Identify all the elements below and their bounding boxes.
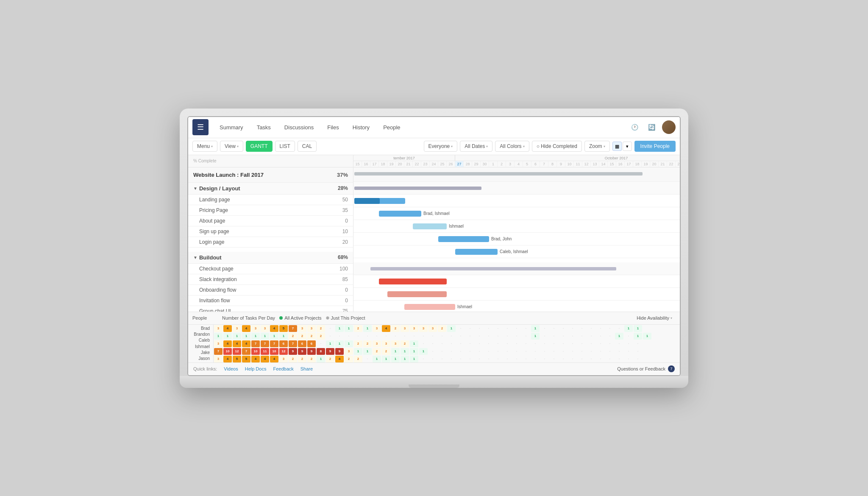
- feedback-badge[interactable]: Questions or Feedback 7: [617, 365, 675, 372]
- section-toggle-design[interactable]: ▼: [193, 186, 198, 191]
- gantt-section-design: [353, 182, 680, 195]
- task-checkout[interactable]: Checkout page 100: [188, 264, 353, 274]
- gantt-checkout: [353, 275, 680, 288]
- tab-tasks[interactable]: Tasks: [251, 121, 277, 134]
- gantt-landing: [353, 195, 680, 207]
- toolbar: Menu ▾ View ▾ GANTT LIST CAL Everyone ▾ …: [188, 138, 680, 155]
- just-project-dot: [326, 316, 329, 320]
- view-button[interactable]: View ▾: [220, 141, 243, 152]
- hamburger-icon: ☰: [197, 123, 204, 132]
- gantt-inner: Brad, Ishmael Ishmael Brad, John: [353, 167, 680, 312]
- nav-tabs: Summary Tasks Discussions Files History …: [214, 121, 628, 134]
- tab-people[interactable]: People: [377, 121, 406, 134]
- gantt-chart[interactable]: Brad, Ishmael Ishmael Brad, John: [353, 167, 680, 312]
- pricing-label: Brad, Ishmael: [423, 211, 450, 216]
- project-title: Website Launch : Fall 2017: [193, 172, 327, 178]
- slack-bar[interactable]: [387, 291, 447, 297]
- laptop-base: [180, 376, 688, 388]
- project-bar: [354, 172, 643, 176]
- section-toggle-buildout[interactable]: ▼: [193, 255, 198, 260]
- gantt-pricing: Brad, Ishmael: [353, 207, 680, 220]
- timeline-header: % Complete tember 2017 October 2017 1516…: [188, 155, 680, 167]
- task-slack[interactable]: Slack integration 85: [188, 274, 353, 285]
- section-name-design: Design / Layout: [199, 185, 327, 192]
- section-pct-design: 28%: [327, 185, 348, 191]
- gantt-project-row: [353, 167, 680, 182]
- gantt-signup: Brad, John: [353, 233, 680, 245]
- landing-progress-bar[interactable]: [354, 198, 380, 204]
- people-panel: People Number of Tasks Per Day All Activ…: [188, 312, 680, 362]
- questions-label: Questions or Feedback: [617, 366, 665, 371]
- task-landing-page[interactable]: Landing page 50: [188, 195, 353, 205]
- signup-bar[interactable]: [438, 236, 489, 242]
- task-panel: Website Launch : Fall 2017 37% ▼ Design …: [188, 167, 353, 312]
- nav-right: 🕐 🔄: [628, 120, 676, 134]
- gantt-button[interactable]: GANTT: [246, 141, 273, 152]
- help-docs-link[interactable]: Help Docs: [245, 366, 267, 371]
- availability-cells: 343433457332·1121342333321········1·····…: [214, 325, 680, 362]
- gantt-onboarding: Ishmael: [353, 301, 680, 312]
- onboarding-bar[interactable]: [404, 304, 455, 310]
- gantt-slack: [353, 288, 680, 301]
- history-icon-btn[interactable]: 🔄: [645, 121, 658, 134]
- main-area: Website Launch : Fall 2017 37% ▼ Design …: [188, 167, 680, 312]
- tab-summary[interactable]: Summary: [214, 121, 249, 134]
- person-brad: Brad: [192, 326, 210, 331]
- pricing-bar[interactable]: [379, 211, 421, 217]
- everyone-button[interactable]: Everyone ▾: [424, 141, 458, 152]
- invite-people-button[interactable]: Invite People: [634, 141, 676, 152]
- month-labels: tember 2017 October 2017: [353, 155, 681, 161]
- videos-link[interactable]: Videos: [224, 366, 238, 371]
- tab-files[interactable]: Files: [321, 121, 345, 134]
- spacer-1: [188, 248, 353, 252]
- task-invitation[interactable]: Invitation flow 0: [188, 295, 353, 306]
- cal-button[interactable]: CAL: [298, 141, 317, 152]
- hide-completed-button[interactable]: ○ Hide Completed: [532, 141, 582, 152]
- tab-discussions[interactable]: Discussions: [278, 121, 320, 134]
- menu-button[interactable]: Menu ▾: [192, 141, 217, 152]
- tasks-per-day-label: Number of Tasks Per Day: [222, 315, 275, 320]
- gantt-section-buildout: [353, 262, 680, 275]
- just-project-item: Just This Project: [326, 315, 365, 320]
- gantt-login: Caleb, Ishmael: [353, 245, 680, 258]
- sep-label: tember 2017: [353, 155, 455, 161]
- day-numbers: 1516171819202122232425262728293012345678…: [353, 161, 681, 167]
- user-avatar[interactable]: [662, 120, 676, 134]
- section-design-layout[interactable]: ▼ Design / Layout 28%: [188, 183, 353, 195]
- task-pricing-page[interactable]: Pricing Page 35: [188, 205, 353, 216]
- feedback-link[interactable]: Feedback: [273, 366, 293, 371]
- list-button[interactable]: LIST: [275, 141, 295, 152]
- all-dates-button[interactable]: All Dates ▾: [460, 141, 492, 152]
- design-section-bar: [354, 187, 481, 190]
- laptop-screen: ☰ Summary Tasks Discussions Files Histor…: [187, 116, 681, 376]
- signup-label: Brad, John: [491, 237, 512, 241]
- project-title-row: Website Launch : Fall 2017 37%: [188, 167, 353, 183]
- zoom-button[interactable]: Zoom ▾: [584, 141, 610, 152]
- people-names: Brad Brandon Caleb Ishmael Jake Jason: [188, 325, 214, 362]
- task-group-chat[interactable]: Group chat UI 75: [188, 306, 353, 312]
- view-toggle-2[interactable]: ▾: [623, 142, 632, 151]
- people-grid: Brad Brandon Caleb Ishmael Jake Jason 34…: [188, 325, 680, 362]
- view-toggle-1[interactable]: ▦: [612, 142, 622, 151]
- nav-logo[interactable]: ☰: [192, 119, 209, 135]
- all-active-item: All Active Projects: [279, 315, 321, 320]
- login-label: Caleb, Ishmael: [500, 249, 528, 254]
- login-bar[interactable]: [455, 249, 498, 255]
- all-active-dot: [279, 316, 283, 320]
- share-link[interactable]: Share: [300, 366, 313, 371]
- all-colors-button[interactable]: All Colors ▾: [495, 141, 529, 152]
- task-onboarding[interactable]: Onboarding flow 0: [188, 285, 353, 295]
- checkout-bar[interactable]: [379, 279, 447, 284]
- gantt-about: Ishmael: [353, 220, 680, 233]
- tab-history[interactable]: History: [347, 121, 376, 134]
- footer: Quick links: Videos Help Docs Feedback S…: [188, 362, 680, 375]
- hide-availability-button[interactable]: Hide Availability ▾: [633, 314, 676, 322]
- section-pct-buildout: 68%: [327, 254, 348, 260]
- about-bar[interactable]: [413, 223, 447, 229]
- task-signup-page[interactable]: Sign up page 10: [188, 226, 353, 237]
- task-login-page[interactable]: Login page 20: [188, 237, 353, 248]
- person-ishmael: Ishmael: [192, 344, 210, 349]
- task-about-page[interactable]: About page 0: [188, 216, 353, 226]
- section-buildout[interactable]: ▼ Buildout 68%: [188, 252, 353, 264]
- clock-icon-btn[interactable]: 🕐: [628, 121, 641, 134]
